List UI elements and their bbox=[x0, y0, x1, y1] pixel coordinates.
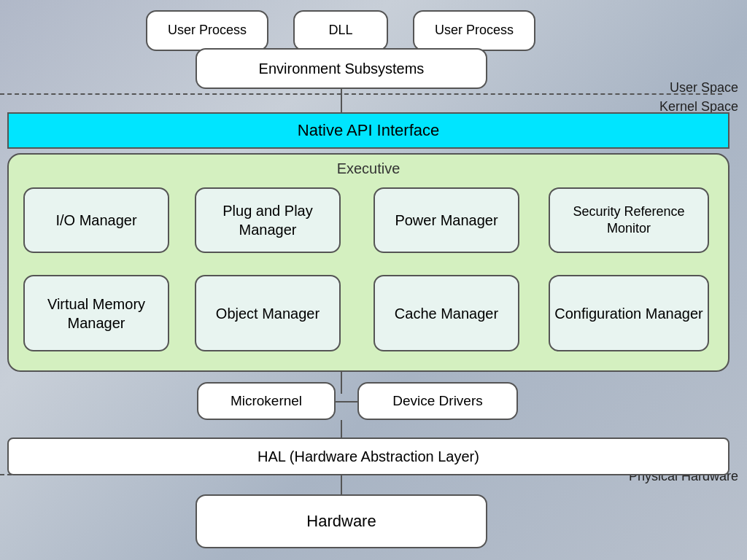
executive-label: Executive bbox=[337, 160, 400, 177]
cache-manager-box: Cache Manager bbox=[374, 275, 519, 351]
hal-box: HAL (Hardware Abstraction Layer) bbox=[7, 438, 729, 475]
hardware-box: Hardware bbox=[196, 494, 487, 548]
env-to-native-connector bbox=[341, 89, 342, 114]
device-drivers-box: Device Drivers bbox=[357, 382, 518, 420]
user-kernel-divider bbox=[0, 93, 722, 95]
virtual-memory-box: Virtual Memory Manager bbox=[23, 275, 169, 351]
mid-h-connector bbox=[336, 401, 357, 402]
security-ref-box: Security Reference Monitor bbox=[549, 187, 709, 253]
user-process-2-box: User Process bbox=[413, 10, 535, 51]
env-subsystems-box: Environment Subsystems bbox=[196, 48, 487, 89]
exec-to-mid-connector bbox=[341, 372, 342, 394]
architecture-diagram: User Space Kernel Space Physical Hardwar… bbox=[0, 0, 747, 560]
power-manager-box: Power Manager bbox=[374, 187, 519, 253]
config-manager-box: Configuration Manager bbox=[549, 275, 709, 351]
hal-to-hw-connector bbox=[341, 475, 342, 496]
native-api-box: Native API Interface bbox=[7, 112, 729, 149]
plug-and-play-box: Plug and Play Manager bbox=[195, 187, 341, 253]
io-manager-box: I/O Manager bbox=[23, 187, 169, 253]
microkernel-box: Microkernel bbox=[197, 382, 336, 420]
object-manager-box: Object Manager bbox=[195, 275, 341, 351]
user-process-1-box: User Process bbox=[146, 10, 268, 51]
executive-container: Executive I/O Manager Plug and Play Mana… bbox=[7, 153, 729, 372]
dll-box: DLL bbox=[293, 10, 388, 51]
